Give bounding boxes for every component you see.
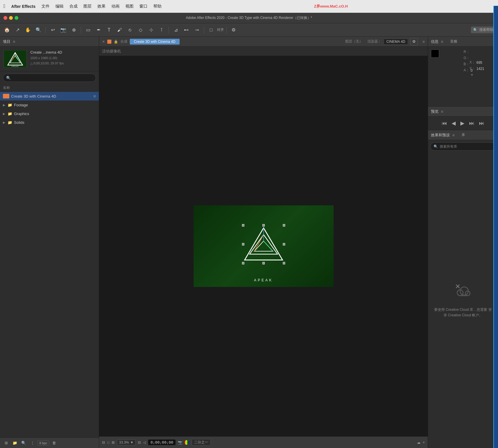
aspect-button[interactable]: ⊟ [138, 440, 141, 445]
effects-panel-menu[interactable]: ≡ [452, 133, 455, 137]
handle-tr[interactable] [283, 224, 285, 227]
menu-edit[interactable]: 编辑 [55, 4, 64, 9]
new-comp-button[interactable]: ⊞ [2, 439, 10, 447]
minimize-button[interactable] [9, 16, 13, 20]
preview-panel: 预览 ≡ ⏮ ◀ ▶ ⏭ ⏭ [428, 107, 498, 130]
zoom-tool[interactable]: 🔍 [34, 25, 43, 35]
delete-button[interactable]: 🗑 [50, 439, 58, 447]
library-tab[interactable]: 库 [462, 133, 465, 137]
preview-back-button[interactable]: ◀ [452, 120, 456, 126]
watermark: Z界www.MaC.cO.H [167, 4, 495, 9]
eraser-tool[interactable]: ◇ [136, 25, 145, 35]
quality-selector[interactable]: 二分之一 [192, 439, 211, 446]
help-search[interactable]: 🔍 搜索帮助 [471, 27, 496, 33]
layer-panel-label: 图层（无） [345, 39, 363, 44]
preview-play-button[interactable]: ▶ [460, 120, 464, 126]
align-v[interactable]: ⊸ [192, 25, 201, 35]
handle-tm[interactable] [262, 224, 265, 227]
comp-preview-info: Create ...inema 4D 1920 x 1080 (1.00) △ … [30, 50, 95, 66]
separator-4 [204, 27, 204, 33]
menu-help[interactable]: 帮助 [153, 4, 162, 9]
preview-step-forward-button[interactable]: ⏭ [469, 120, 474, 126]
project-item-comp[interactable]: Create 3D with Cinema 4D ⊞ [0, 92, 99, 100]
menu-effects[interactable]: 效果 [97, 4, 106, 9]
select-tool[interactable]: ↗ [13, 25, 22, 35]
transparency-button[interactable]: ⊞ [112, 440, 115, 445]
comp-tab[interactable]: Create 3D with Cinema 4D [130, 39, 180, 45]
comp-renderer-value[interactable]: CINEMA 4D [384, 39, 408, 45]
menu-view[interactable]: 视图 [125, 4, 134, 9]
effects-search[interactable]: 🔍 搜索所有库 [430, 142, 496, 151]
comp-timecode[interactable]: 0;00;00;00 [148, 440, 176, 445]
maximize-button[interactable] [15, 16, 18, 20]
app-name[interactable]: After Effects [11, 4, 36, 9]
project-panel: 项目 ≡ APEAK Create ...inema 4D [0, 37, 99, 448]
3d-transform[interactable]: ⊿ [171, 25, 180, 35]
effects-panel-title: 效果和预设 [431, 133, 450, 138]
search-icon: 🔍 [473, 28, 478, 32]
info-effects-panel: 信息 ≡ 音频 R： G： B： [428, 37, 498, 448]
menu-layer[interactable]: 图层 [83, 4, 92, 9]
new-folder-button[interactable]: 📁 [11, 439, 19, 447]
handle-tl[interactable] [242, 224, 244, 227]
comp-thumbnail: APEAK [3, 50, 27, 68]
add-button[interactable]: + [423, 440, 425, 445]
color-button[interactable] [185, 440, 189, 445]
text-tool[interactable]: T [104, 25, 114, 35]
color-swatch [431, 50, 439, 58]
comp-panel-menu[interactable]: ≡ [422, 39, 425, 44]
project-item-footage[interactable]: ▶ 📁 Footage [0, 100, 99, 109]
shape-tool[interactable]: ▭ [83, 25, 93, 35]
menu-file[interactable]: 文件 [41, 4, 50, 9]
zoom-selector[interactable]: 33.3% ▼ [117, 440, 136, 445]
preview-last-button[interactable]: ⏭ [479, 120, 484, 126]
camera-tool[interactable]: 📷 [59, 25, 68, 35]
puppet-tool[interactable]: ⊹ [146, 25, 156, 35]
settings-project-button[interactable]: ⋮ [29, 439, 36, 447]
search-project-button[interactable]: 🔍 [20, 439, 27, 447]
safe-zones-button[interactable]: □ [107, 440, 109, 445]
hand-tool[interactable]: ✋ [23, 25, 33, 35]
main-layout: 项目 ≡ APEAK Create ...inema 4D [0, 37, 498, 448]
info-panel-tab2[interactable]: 音频 [450, 39, 457, 44]
project-search[interactable]: 🔍 [3, 74, 96, 82]
project-item-graphics[interactable]: ▶ 📁 Graphics [0, 109, 99, 118]
info-panel-title: 信息 [431, 39, 439, 44]
info-panel-menu[interactable]: ≡ [441, 39, 443, 44]
settings-button[interactable]: ⚙ [229, 25, 238, 35]
menu-window[interactable]: 窗口 [139, 4, 148, 9]
project-menu-icon[interactable]: ≡ [13, 39, 15, 44]
grid-button[interactable]: ⊟ [102, 440, 105, 445]
project-item-solids[interactable]: ▶ 📁 Solids [0, 118, 99, 127]
region-button[interactable]: ◁ [143, 440, 146, 445]
preview-panel-header: 预览 ≡ [428, 107, 498, 117]
snapshot-button[interactable]: 📷 [178, 440, 182, 445]
preview-panel-menu[interactable]: ≡ [441, 109, 443, 114]
undo-button[interactable]: ↩ [48, 25, 57, 35]
menubar:  After Effects 文件 编辑 合成 图层 效果 动画 视图 窗口 … [0, 0, 498, 13]
zoom-value: 33.3% [119, 440, 129, 445]
pen-tool[interactable]: ✒ [94, 25, 103, 35]
cloud-button[interactable]: ☁ [417, 440, 420, 445]
info-r-row: R： [464, 50, 495, 54]
pin-tool[interactable]: ⊺ [157, 25, 166, 35]
project-panel-title: 项目 [3, 39, 10, 44]
menu-compose[interactable]: 合成 [69, 4, 78, 9]
renderer-settings-button[interactable]: ⚙ [410, 38, 418, 45]
comp-viewport[interactable]: APEAK [99, 56, 428, 436]
folder-icon-graphics: 📁 [8, 112, 12, 116]
align-h[interactable]: ⊷ [182, 25, 191, 35]
close-button[interactable] [3, 16, 7, 20]
preview-first-button[interactable]: ⏮ [442, 120, 447, 126]
comp-close-icon[interactable]: ✕ [102, 40, 105, 44]
brush-tool[interactable]: 🖌 [115, 25, 124, 35]
stamp-tool[interactable]: ⎋ [125, 25, 135, 35]
info-coords: X： 695 Y： 1421 + [469, 60, 495, 77]
home-button[interactable]: 🏠 [2, 25, 12, 35]
orbit-tool[interactable]: ⊕ [69, 25, 78, 35]
menu-animate[interactable]: 动画 [111, 4, 120, 9]
cloud-icon [454, 283, 472, 304]
apple-menu[interactable]:  [3, 3, 6, 9]
apeak-text: APEAK [254, 278, 273, 282]
comp-toolbar: 活动摄像机 [99, 47, 428, 56]
